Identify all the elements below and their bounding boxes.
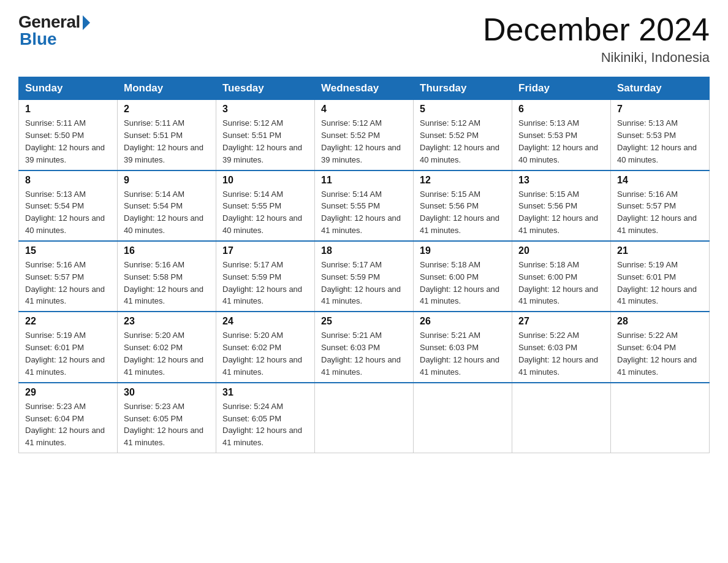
weekday-header-monday: Monday — [118, 77, 216, 100]
day-info: Sunrise: 5:14 AMSunset: 5:55 PMDaylight:… — [222, 190, 302, 236]
page-header: General Blue December 2024 Nikiniki, Ind… — [18, 12, 710, 66]
day-number: 29 — [25, 387, 111, 398]
day-info: Sunrise: 5:12 AMSunset: 5:51 PMDaylight:… — [222, 118, 302, 164]
day-number: 21 — [617, 245, 703, 256]
calendar-table: SundayMondayTuesdayWednesdayThursdayFrid… — [18, 77, 710, 453]
day-info: Sunrise: 5:17 AMSunset: 5:59 PMDaylight:… — [321, 260, 401, 306]
location-label: Nikiniki, Indonesia — [483, 50, 710, 66]
day-info: Sunrise: 5:11 AMSunset: 5:51 PMDaylight:… — [124, 118, 203, 164]
day-info: Sunrise: 5:23 AMSunset: 6:05 PMDaylight:… — [124, 402, 203, 448]
day-number: 15 — [25, 245, 111, 256]
day-info: Sunrise: 5:23 AMSunset: 6:04 PMDaylight:… — [25, 402, 105, 448]
day-number: 5 — [420, 104, 506, 115]
day-number: 28 — [617, 316, 703, 327]
day-number: 7 — [617, 104, 703, 115]
calendar-week-row: 15 Sunrise: 5:16 AMSunset: 5:57 PMDaylig… — [19, 241, 710, 312]
day-number: 14 — [617, 175, 703, 186]
month-title: December 2024 — [483, 12, 710, 47]
calendar-cell: 13 Sunrise: 5:15 AMSunset: 5:56 PMDaylig… — [512, 170, 611, 241]
day-number: 12 — [420, 175, 506, 186]
calendar-cell: 1 Sunrise: 5:11 AMSunset: 5:50 PMDayligh… — [19, 100, 118, 170]
day-number: 27 — [518, 316, 604, 327]
day-number: 22 — [25, 316, 111, 327]
calendar-cell: 31 Sunrise: 5:24 AMSunset: 6:05 PMDaylig… — [216, 383, 315, 453]
day-number: 17 — [222, 245, 308, 256]
day-info: Sunrise: 5:13 AMSunset: 5:53 PMDaylight:… — [617, 118, 697, 164]
calendar-cell — [512, 383, 611, 453]
calendar-cell: 7 Sunrise: 5:13 AMSunset: 5:53 PMDayligh… — [611, 100, 710, 170]
day-info: Sunrise: 5:15 AMSunset: 5:56 PMDaylight:… — [420, 190, 499, 236]
day-info: Sunrise: 5:13 AMSunset: 5:53 PMDaylight:… — [518, 118, 598, 164]
day-number: 18 — [321, 245, 407, 256]
day-number: 16 — [124, 245, 210, 256]
day-info: Sunrise: 5:11 AMSunset: 5:50 PMDaylight:… — [25, 118, 105, 164]
calendar-cell: 25 Sunrise: 5:21 AMSunset: 6:03 PMDaylig… — [315, 312, 414, 382]
day-number: 4 — [321, 104, 407, 115]
day-info: Sunrise: 5:22 AMSunset: 6:04 PMDaylight:… — [617, 331, 697, 377]
calendar-cell: 9 Sunrise: 5:14 AMSunset: 5:54 PMDayligh… — [118, 170, 216, 241]
day-number: 2 — [124, 104, 210, 115]
calendar-cell: 27 Sunrise: 5:22 AMSunset: 6:03 PMDaylig… — [512, 312, 611, 382]
day-number: 19 — [420, 245, 506, 256]
day-info: Sunrise: 5:21 AMSunset: 6:03 PMDaylight:… — [321, 331, 401, 377]
day-info: Sunrise: 5:19 AMSunset: 6:01 PMDaylight:… — [25, 331, 105, 377]
day-info: Sunrise: 5:18 AMSunset: 6:00 PMDaylight:… — [420, 260, 499, 306]
calendar-cell: 3 Sunrise: 5:12 AMSunset: 5:51 PMDayligh… — [216, 100, 315, 170]
calendar-cell: 24 Sunrise: 5:20 AMSunset: 6:02 PMDaylig… — [216, 312, 315, 382]
weekday-header-sunday: Sunday — [19, 77, 118, 100]
day-info: Sunrise: 5:20 AMSunset: 6:02 PMDaylight:… — [222, 331, 302, 377]
day-number: 20 — [518, 245, 604, 256]
calendar-cell: 23 Sunrise: 5:20 AMSunset: 6:02 PMDaylig… — [118, 312, 216, 382]
day-info: Sunrise: 5:15 AMSunset: 5:56 PMDaylight:… — [518, 190, 598, 236]
day-info: Sunrise: 5:17 AMSunset: 5:59 PMDaylight:… — [222, 260, 302, 306]
calendar-cell: 19 Sunrise: 5:18 AMSunset: 6:00 PMDaylig… — [414, 241, 512, 312]
weekday-header-wednesday: Wednesday — [315, 77, 414, 100]
day-info: Sunrise: 5:13 AMSunset: 5:54 PMDaylight:… — [25, 190, 105, 236]
calendar-cell: 16 Sunrise: 5:16 AMSunset: 5:58 PMDaylig… — [118, 241, 216, 312]
calendar-cell: 30 Sunrise: 5:23 AMSunset: 6:05 PMDaylig… — [118, 383, 216, 453]
day-number: 26 — [420, 316, 506, 327]
calendar-header-row: SundayMondayTuesdayWednesdayThursdayFrid… — [19, 77, 710, 100]
title-area: December 2024 Nikiniki, Indonesia — [483, 12, 710, 66]
day-info: Sunrise: 5:20 AMSunset: 6:02 PMDaylight:… — [124, 331, 203, 377]
day-number: 11 — [321, 175, 407, 186]
day-number: 25 — [321, 316, 407, 327]
calendar-week-row: 8 Sunrise: 5:13 AMSunset: 5:54 PMDayligh… — [19, 170, 710, 241]
calendar-cell: 11 Sunrise: 5:14 AMSunset: 5:55 PMDaylig… — [315, 170, 414, 241]
day-number: 31 — [222, 387, 308, 398]
calendar-week-row: 1 Sunrise: 5:11 AMSunset: 5:50 PMDayligh… — [19, 100, 710, 170]
logo-blue-text: Blue — [20, 29, 57, 49]
day-number: 8 — [25, 175, 111, 186]
day-info: Sunrise: 5:18 AMSunset: 6:00 PMDaylight:… — [518, 260, 598, 306]
calendar-cell: 29 Sunrise: 5:23 AMSunset: 6:04 PMDaylig… — [19, 383, 118, 453]
day-number: 10 — [222, 175, 308, 186]
day-info: Sunrise: 5:21 AMSunset: 6:03 PMDaylight:… — [420, 331, 499, 377]
day-info: Sunrise: 5:22 AMSunset: 6:03 PMDaylight:… — [518, 331, 598, 377]
day-number: 30 — [124, 387, 210, 398]
calendar-cell: 2 Sunrise: 5:11 AMSunset: 5:51 PMDayligh… — [118, 100, 216, 170]
calendar-cell: 12 Sunrise: 5:15 AMSunset: 5:56 PMDaylig… — [414, 170, 512, 241]
calendar-cell: 17 Sunrise: 5:17 AMSunset: 5:59 PMDaylig… — [216, 241, 315, 312]
calendar-body: 1 Sunrise: 5:11 AMSunset: 5:50 PMDayligh… — [19, 100, 710, 453]
calendar-cell — [414, 383, 512, 453]
day-info: Sunrise: 5:16 AMSunset: 5:58 PMDaylight:… — [124, 260, 203, 306]
calendar-cell: 21 Sunrise: 5:19 AMSunset: 6:01 PMDaylig… — [611, 241, 710, 312]
day-info: Sunrise: 5:16 AMSunset: 5:57 PMDaylight:… — [617, 190, 697, 236]
logo: General Blue — [18, 12, 90, 49]
weekday-header-saturday: Saturday — [611, 77, 710, 100]
day-number: 24 — [222, 316, 308, 327]
calendar-cell: 5 Sunrise: 5:12 AMSunset: 5:52 PMDayligh… — [414, 100, 512, 170]
calendar-cell: 28 Sunrise: 5:22 AMSunset: 6:04 PMDaylig… — [611, 312, 710, 382]
day-info: Sunrise: 5:12 AMSunset: 5:52 PMDaylight:… — [420, 118, 499, 164]
day-number: 23 — [124, 316, 210, 327]
calendar-cell — [315, 383, 414, 453]
day-info: Sunrise: 5:12 AMSunset: 5:52 PMDaylight:… — [321, 118, 401, 164]
calendar-week-row: 29 Sunrise: 5:23 AMSunset: 6:04 PMDaylig… — [19, 383, 710, 453]
calendar-week-row: 22 Sunrise: 5:19 AMSunset: 6:01 PMDaylig… — [19, 312, 710, 382]
calendar-cell: 14 Sunrise: 5:16 AMSunset: 5:57 PMDaylig… — [611, 170, 710, 241]
day-number: 6 — [518, 104, 604, 115]
calendar-cell: 10 Sunrise: 5:14 AMSunset: 5:55 PMDaylig… — [216, 170, 315, 241]
calendar-cell: 8 Sunrise: 5:13 AMSunset: 5:54 PMDayligh… — [19, 170, 118, 241]
day-info: Sunrise: 5:19 AMSunset: 6:01 PMDaylight:… — [617, 260, 697, 306]
day-number: 1 — [25, 104, 111, 115]
